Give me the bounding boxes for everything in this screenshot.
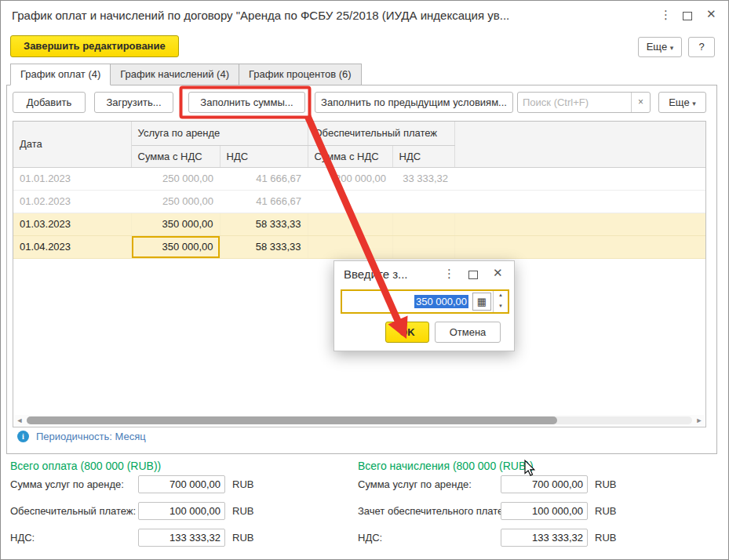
table-more-button[interactable]: Еще ▾ <box>658 92 706 113</box>
scroll-right-icon[interactable]: ► <box>694 415 705 426</box>
payment-lease-currency: RUB <box>232 478 253 490</box>
ok-button[interactable]: OK <box>385 322 429 343</box>
deposit-sum-cell[interactable] <box>308 213 392 235</box>
selected-amount-text: 350 000,00 <box>414 295 468 308</box>
filler-cell <box>454 235 705 258</box>
payment-lease-input[interactable] <box>138 475 225 493</box>
column-header-date: Дата <box>13 122 131 167</box>
deposit-vat-cell[interactable] <box>392 213 454 235</box>
dialog-close-icon[interactable]: ✕ <box>493 266 503 280</box>
filler-cell <box>454 167 705 190</box>
amount-spinner: ▲ ▼ <box>493 291 508 312</box>
tab-payment-schedule[interactable]: График оплат (4) <box>10 64 111 85</box>
column-header-deposit-sum: Сумма с НДС <box>308 145 392 167</box>
amount-input[interactable]: 350 000,00 ▦ ▲ ▼ <box>341 289 509 314</box>
fill-previous-conditions-button[interactable]: Заполнить по предыдущим условиям... <box>315 92 513 113</box>
clear-search-icon[interactable]: × <box>631 93 650 112</box>
table-row-selected: 01.04.2023 350 000,00 58 333,33 <box>13 235 705 258</box>
table-row-selected: 01.03.2023 350 000,00 58 333,33 <box>13 213 705 235</box>
horizontal-scrollbar: ◄ ► <box>14 415 705 426</box>
tab-bar: График оплат (4) График начислений (4) Г… <box>10 64 362 85</box>
payment-vat-input[interactable] <box>138 529 225 547</box>
payment-total-title: Всего оплата (800 000 (RUB)) <box>10 460 161 472</box>
deposit-vat-cell[interactable]: 33 333,32 <box>392 167 454 190</box>
info-icon: i <box>17 431 29 442</box>
date-cell[interactable]: 01.03.2023 <box>13 213 131 235</box>
lease-vat-cell[interactable]: 41 666,67 <box>220 167 308 190</box>
lease-sum-cell[interactable]: 350 000,00 <box>131 213 220 235</box>
accrual-lease-input[interactable] <box>501 475 588 493</box>
column-header-lease-sum: Сумма с НДС <box>131 145 220 167</box>
payment-deposit-input[interactable] <box>138 502 225 520</box>
search-box: × <box>517 92 651 113</box>
accrual-vat-currency: RUB <box>595 532 616 544</box>
filler-cell <box>454 190 705 213</box>
maximize-icon[interactable] <box>683 12 692 20</box>
spin-up-icon[interactable]: ▲ <box>494 291 508 302</box>
form-more-label: Еще <box>647 41 667 53</box>
tab-accrual-schedule[interactable]: График начислений (4) <box>111 64 239 85</box>
payment-vat-label: НДС: <box>10 532 35 544</box>
filler-cell <box>454 213 705 235</box>
column-header-lease-group: Услуга по аренде <box>131 122 308 145</box>
add-button[interactable]: Добавить <box>13 92 86 113</box>
lease-vat-cell[interactable]: 41 666,67 <box>220 190 308 213</box>
accrual-lease-currency: RUB <box>595 478 616 490</box>
periodicity-label: Периодичность: Месяц <box>36 431 146 442</box>
dialog-title: Введите з... <box>344 267 408 281</box>
deposit-sum-cell[interactable] <box>308 235 392 258</box>
amount-value-area[interactable]: 350 000,00 <box>342 291 471 312</box>
finish-editing-button[interactable]: Завершить редактирование <box>10 35 179 57</box>
accrual-offset-currency: RUB <box>595 505 616 517</box>
payment-vat-currency: RUB <box>232 532 253 544</box>
lease-vat-cell[interactable]: 58 333,33 <box>220 213 308 235</box>
date-cell[interactable]: 01.04.2023 <box>13 235 131 258</box>
schedule-window: График оплат и начислений по договору "А… <box>0 0 729 560</box>
date-cell[interactable]: 01.01.2023 <box>13 167 131 190</box>
column-header-lease-vat: НДС <box>220 145 308 167</box>
dialog-maximize-icon[interactable] <box>468 271 478 279</box>
accrual-vat-label: НДС: <box>358 532 382 544</box>
accrual-vat-input[interactable] <box>501 529 588 547</box>
schedule-table: Дата Услуга по аренде Обеспечительный пл… <box>13 122 705 259</box>
fill-sums-button[interactable]: Заполнить суммы... <box>188 92 305 113</box>
window-title: График оплат и начислений по договору "А… <box>12 9 640 22</box>
scrollbar-thumb[interactable] <box>27 416 557 424</box>
close-icon[interactable]: ✕ <box>706 7 716 21</box>
payment-deposit-currency: RUB <box>232 505 253 517</box>
tab-interest-schedule[interactable]: График процентов (6) <box>239 64 362 85</box>
chevron-down-icon: ▾ <box>692 100 696 107</box>
periodicity-row: i Периодичность: Месяц <box>17 431 146 442</box>
spin-down-icon[interactable]: ▼ <box>494 302 508 313</box>
accrual-offset-input[interactable] <box>501 502 588 520</box>
lease-sum-cell[interactable]: 250 000,00 <box>131 167 220 190</box>
enter-value-dialog: Введите з... ⋮ ✕ 350 000,00 ▦ ▲ ▼ OK Отм… <box>334 260 515 351</box>
dialog-menu-icon[interactable]: ⋮ <box>443 267 455 281</box>
accrual-offset-label: Зачет обеспечительного платежа: <box>358 505 519 517</box>
deposit-sum-cell[interactable] <box>308 190 392 213</box>
table-more-label: Еще <box>669 96 689 108</box>
search-input[interactable] <box>518 93 631 112</box>
column-header-deposit-group: Обеспечительный платеж <box>308 122 454 145</box>
form-more-button[interactable]: Еще ▾ <box>638 37 682 57</box>
deposit-vat-cell[interactable] <box>392 190 454 213</box>
accrual-total-title: Всего начисления (800 000 (RUB)) <box>358 460 534 472</box>
cancel-button[interactable]: Отмена <box>435 322 501 343</box>
window-menu-icon[interactable]: ⋮ <box>660 8 672 22</box>
help-button[interactable]: ? <box>688 37 715 57</box>
payment-deposit-label: Обеспечительный платеж: <box>10 505 136 517</box>
lease-sum-cell[interactable]: 250 000,00 <box>131 190 220 213</box>
scroll-left-icon[interactable]: ◄ <box>14 415 25 426</box>
chevron-down-icon: ▾ <box>670 44 674 52</box>
load-button[interactable]: Загрузить... <box>94 92 173 113</box>
column-header-filler <box>454 122 705 167</box>
calculator-icon[interactable]: ▦ <box>472 293 491 311</box>
date-cell[interactable]: 01.02.2023 <box>13 190 131 213</box>
deposit-sum-cell[interactable]: 200 000,00 <box>308 167 392 190</box>
focused-cell[interactable]: 350 000,00 <box>131 235 220 258</box>
accrual-lease-label: Сумма услуг по аренде: <box>358 478 472 490</box>
lease-vat-cell[interactable]: 58 333,33 <box>220 235 308 258</box>
deposit-vat-cell[interactable] <box>392 235 454 258</box>
column-header-deposit-vat: НДС <box>392 145 454 167</box>
payment-lease-label: Сумма услуг по аренде: <box>10 478 124 490</box>
